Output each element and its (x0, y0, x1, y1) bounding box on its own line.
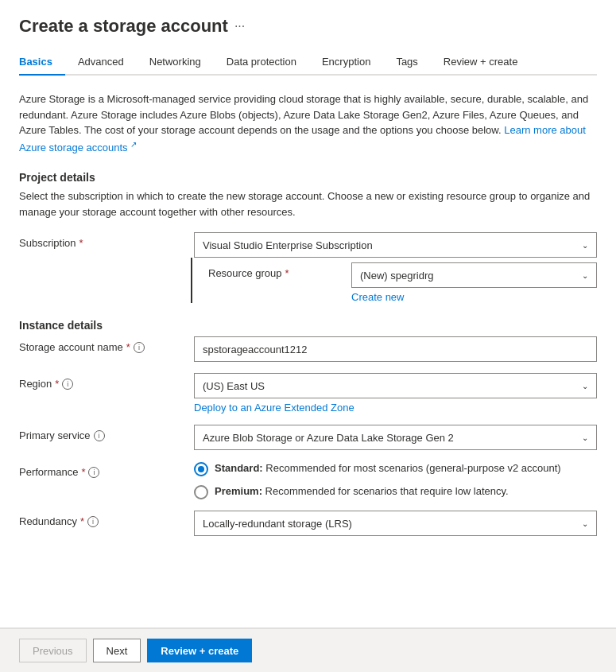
storage-account-name-row: Storage account name * i (19, 336, 597, 362)
storage-account-name-info-icon[interactable]: i (134, 342, 145, 353)
storage-account-name-required: * (126, 341, 130, 353)
resource-group-bracket-container: Resource group * (New) spegridrg ⌄ Creat… (19, 258, 597, 303)
redundancy-value: Locally-redundant storage (LRS) (203, 518, 352, 530)
performance-required: * (81, 466, 85, 478)
region-dropdown[interactable]: (US) East US ⌄ (194, 373, 597, 398)
storage-account-name-control (194, 336, 597, 362)
storage-account-name-label: Storage account name (19, 341, 123, 353)
resource-group-row: Resource group * (New) spegridrg ⌄ Creat… (192, 258, 597, 303)
redundancy-dropdown-arrow: ⌄ (582, 519, 588, 528)
previous-button[interactable]: Previous (19, 639, 87, 662)
performance-premium-option[interactable]: Premium: Recommended for scenarios that … (194, 484, 597, 499)
performance-info-icon[interactable]: i (88, 467, 99, 478)
performance-premium-radio[interactable] (194, 485, 208, 499)
resource-group-control: (New) spegridrg ⌄ Create new (351, 262, 597, 303)
subscription-label: Subscription (19, 237, 76, 249)
region-info-icon[interactable]: i (62, 379, 73, 390)
tab-encryption[interactable]: Encryption (309, 49, 383, 76)
redundancy-control: Locally-redundant storage (LRS) ⌄ (194, 511, 597, 536)
region-row: Region * i (US) East US ⌄ Deploy to an A… (19, 373, 597, 414)
storage-account-name-input[interactable] (194, 336, 597, 362)
main-content: Create a storage account ··· Basics Adva… (0, 0, 616, 627)
performance-control: Standard: Recommended for most scenarios… (194, 461, 597, 499)
tab-basics[interactable]: Basics (19, 49, 65, 76)
page-title-row: Create a storage account ··· (19, 16, 597, 37)
subscription-row: Subscription * Visual Studio Enterprise … (19, 232, 597, 258)
primary-service-dropdown[interactable]: Azure Blob Storage or Azure Data Lake St… (194, 425, 597, 450)
performance-radio-group: Standard: Recommended for most scenarios… (194, 461, 597, 499)
redundancy-dropdown[interactable]: Locally-redundant storage (LRS) ⌄ (194, 511, 597, 536)
redundancy-label: Redundancy (19, 515, 77, 527)
redundancy-info-icon[interactable]: i (87, 516, 99, 527)
create-new-link[interactable]: Create new (351, 291, 404, 303)
primary-service-label: Primary service (19, 429, 91, 441)
ellipsis-menu-icon[interactable]: ··· (234, 19, 245, 33)
project-details-desc: Select the subscription in which to crea… (19, 188, 597, 219)
tab-data-protection[interactable]: Data protection (214, 49, 309, 76)
page-container: Create a storage account ··· Basics Adva… (0, 0, 616, 672)
tab-tags[interactable]: Tags (383, 49, 430, 76)
resource-group-dropdown[interactable]: (New) spegridrg ⌄ (351, 262, 597, 288)
storage-account-name-label-col: Storage account name * i (19, 336, 194, 353)
redundancy-required: * (80, 515, 84, 527)
region-value: (US) East US (203, 380, 265, 392)
performance-standard-radio-dot (198, 466, 204, 472)
page-title: Create a storage account (19, 16, 228, 37)
resource-group-value: (New) spegridrg (360, 270, 433, 282)
resource-group-label: Resource group (208, 267, 282, 279)
redundancy-label-col: Redundancy * i (19, 511, 194, 527)
primary-service-row: Primary service i Azure Blob Storage or … (19, 425, 597, 450)
primary-service-value: Azure Blob Storage or Azure Data Lake St… (203, 432, 454, 444)
region-required: * (55, 378, 59, 390)
tab-bar: Basics Advanced Networking Data protecti… (19, 49, 597, 76)
resource-group-required: * (285, 267, 289, 279)
bracket-spacer (19, 258, 191, 303)
next-button[interactable]: Next (93, 639, 141, 662)
subscription-required: * (79, 237, 83, 249)
subscription-control: Visual Studio Enterprise Subscription ⌄ (194, 232, 597, 258)
primary-service-label-col: Primary service i (19, 425, 194, 441)
subscription-value: Visual Studio Enterprise Subscription (203, 239, 373, 251)
project-details-title: Project details (19, 171, 597, 184)
performance-standard-option[interactable]: Standard: Recommended for most scenarios… (194, 461, 597, 476)
performance-standard-label: Standard: Recommended for most scenarios… (215, 461, 561, 476)
performance-label-col: Performance * i (19, 461, 194, 478)
performance-standard-radio[interactable] (194, 462, 208, 476)
primary-service-control: Azure Blob Storage or Azure Data Lake St… (194, 425, 597, 450)
footer: Previous Next Review + create (0, 628, 616, 672)
performance-premium-label: Premium: Recommended for scenarios that … (215, 484, 509, 499)
project-details-section: Project details Select the subscription … (19, 171, 597, 303)
subscription-dropdown[interactable]: Visual Studio Enterprise Subscription ⌄ (194, 232, 597, 258)
region-label-col: Region * i (19, 373, 194, 390)
subscription-label-col: Subscription * (19, 232, 194, 249)
instance-details-title: Instance details (19, 319, 597, 332)
review-create-button[interactable]: Review + create (147, 639, 252, 662)
deploy-extended-zone-link[interactable]: Deploy to an Azure Extended Zone (194, 402, 354, 414)
resource-group-label-col: Resource group * (192, 262, 351, 279)
primary-service-info-icon[interactable]: i (94, 430, 105, 441)
resource-group-dropdown-arrow: ⌄ (582, 271, 588, 280)
region-dropdown-arrow: ⌄ (582, 382, 588, 390)
subscription-dropdown-arrow: ⌄ (582, 241, 588, 250)
region-label: Region (19, 378, 52, 390)
redundancy-row: Redundancy * i Locally-redundant storage… (19, 511, 597, 536)
tab-networking[interactable]: Networking (137, 49, 214, 76)
description-text: Azure Storage is a Microsoft-managed ser… (19, 91, 597, 155)
region-control: (US) East US ⌄ Deploy to an Azure Extend… (194, 373, 597, 414)
performance-label: Performance (19, 466, 78, 478)
resource-group-bracket-content: Resource group * (New) spegridrg ⌄ Creat… (192, 258, 597, 303)
primary-service-dropdown-arrow: ⌄ (582, 433, 588, 442)
performance-row: Performance * i Standard: Recommended fo… (19, 461, 597, 499)
external-link-icon: ↗ (130, 140, 137, 149)
tab-advanced[interactable]: Advanced (65, 49, 137, 76)
instance-details-section: Instance details Storage account name * … (19, 319, 597, 536)
tab-review-create[interactable]: Review + create (431, 49, 531, 76)
